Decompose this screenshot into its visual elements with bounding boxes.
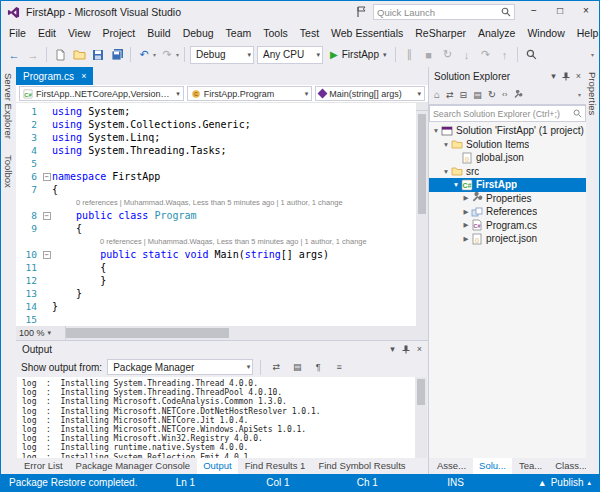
- code-line[interactable]: 3using System.Linq;: [16, 131, 428, 144]
- maximize-button[interactable]: □: [547, 1, 573, 20]
- undo-icon[interactable]: ↶: [136, 47, 152, 63]
- toolbar-options-icon[interactable]: ▾: [591, 51, 594, 58]
- member-dropdown[interactable]: Main(string[] args) ▾: [315, 86, 425, 101]
- panel-tab-find-results-1[interactable]: Find Results 1: [239, 458, 312, 474]
- search-icon[interactable]: [501, 7, 511, 17]
- view-code-icon[interactable]: ‹›: [502, 90, 507, 99]
- tree-item-program-cs[interactable]: ▶C#Program.cs: [429, 219, 586, 233]
- step-out-icon[interactable]: ↑: [496, 47, 512, 63]
- output-vertical-scrollbar[interactable]: [415, 377, 427, 458]
- output-source-dropdown[interactable]: Package Manager ▾: [107, 359, 253, 375]
- pin-icon[interactable]: [402, 345, 410, 354]
- editor-vertical-scrollbar[interactable]: [416, 103, 428, 326]
- menu-item-view[interactable]: View: [62, 25, 97, 41]
- tree-item-global-json[interactable]: {}global.json: [429, 151, 586, 165]
- menu-item-window[interactable]: Window: [521, 25, 570, 41]
- chevron-down-icon[interactable]: ▾: [153, 51, 156, 58]
- code-line[interactable]: 10− public static void Main(string[] arg…: [16, 248, 428, 261]
- chevron-down-icon[interactable]: ▼: [441, 141, 451, 148]
- code-line[interactable]: 15: [16, 313, 428, 326]
- project-dropdown[interactable]: C# FirstApp..NETCoreApp,Version=v1... ▾: [19, 86, 184, 101]
- quick-launch-box[interactable]: [373, 4, 515, 20]
- code-line[interactable]: 1using System;: [16, 105, 428, 118]
- clear-all-icon[interactable]: ▤: [289, 359, 305, 375]
- tree-item-solution-items[interactable]: ▼Solution Items: [429, 138, 586, 152]
- properties-icon[interactable]: [513, 90, 523, 100]
- se-tab-tea[interactable]: Tea...: [513, 458, 548, 474]
- close-button[interactable]: ×: [573, 1, 599, 20]
- codelens-text[interactable]: 0 references | Muhammad.Waqas, Less than…: [52, 235, 367, 248]
- chevron-down-icon[interactable]: ▾: [578, 91, 581, 98]
- pin-icon[interactable]: [562, 72, 570, 81]
- panel-tab-output[interactable]: Output: [197, 458, 238, 474]
- code-line[interactable]: 13 }: [16, 287, 428, 300]
- close-icon[interactable]: ×: [576, 71, 581, 81]
- stop-icon[interactable]: ■: [420, 47, 436, 63]
- tree-item-properties[interactable]: ▶Properties: [429, 192, 586, 206]
- chevron-right-icon[interactable]: ▶: [461, 235, 471, 243]
- menu-item-debug[interactable]: Debug: [177, 25, 220, 41]
- solution-platform-dropdown[interactable]: Any CPU ▾: [257, 46, 323, 64]
- type-dropdown[interactable]: C FirstApp.Program ▾: [187, 86, 313, 101]
- chevron-right-icon[interactable]: ▶: [461, 221, 471, 229]
- menu-item-build[interactable]: Build: [141, 25, 176, 41]
- titlebar[interactable]: FirstApp - Microsoft Visual Studio − □ ×: [1, 1, 599, 23]
- toggle-output-icon[interactable]: ≡: [331, 359, 347, 375]
- se-tab-asse[interactable]: Asse...: [431, 458, 472, 474]
- chevron-right-icon[interactable]: ▶: [461, 208, 471, 216]
- tab-toolbox[interactable]: Toolbox: [3, 155, 14, 188]
- code-line[interactable]: 9 {: [16, 222, 428, 235]
- step-over-icon[interactable]: ↷: [477, 47, 493, 63]
- menu-item-edit[interactable]: Edit: [32, 25, 62, 41]
- scrollbar-thumb[interactable]: [66, 328, 229, 338]
- panel-tab-package-manager-console[interactable]: Package Manager Console: [70, 458, 197, 474]
- save-icon[interactable]: [90, 47, 106, 63]
- tree-item-src[interactable]: ▼src: [429, 165, 586, 179]
- window-position-icon[interactable]: ▾: [551, 71, 556, 81]
- zoom-selector[interactable]: 100 % ▾: [16, 326, 66, 340]
- menu-item-team[interactable]: Team: [220, 25, 258, 41]
- navigate-back-icon[interactable]: ←: [6, 47, 22, 63]
- chevron-down-icon[interactable]: ▼: [441, 168, 451, 175]
- splitter-handle[interactable]: [416, 103, 428, 111]
- home-icon[interactable]: ⌂: [434, 89, 440, 100]
- code-line[interactable]: 4using System.Threading.Tasks;: [16, 144, 428, 157]
- code-line[interactable]: 7{: [16, 183, 428, 196]
- collapse-all-icon[interactable]: ⊟: [460, 90, 468, 100]
- menu-item-resharper[interactable]: ReSharper: [409, 25, 472, 41]
- redo-icon[interactable]: ↷: [159, 47, 175, 63]
- new-file-icon[interactable]: [52, 47, 68, 63]
- scrollbar-thumb[interactable]: [417, 379, 425, 405]
- menu-item-tools[interactable]: Tools: [257, 25, 294, 41]
- code-editor[interactable]: 1using System;2using System.Collections.…: [16, 103, 428, 326]
- find-in-files-icon[interactable]: [523, 47, 539, 63]
- chevron-down-icon[interactable]: ▼: [451, 181, 461, 188]
- code-line[interactable]: 12 }: [16, 274, 428, 287]
- se-tab-solu[interactable]: Solu...: [473, 458, 512, 474]
- step-into-icon[interactable]: ↓: [458, 47, 474, 63]
- codelens-line[interactable]: 0 references | Muhammad.Waqas, Less than…: [16, 196, 428, 209]
- fold-collapse-icon[interactable]: −: [43, 251, 51, 259]
- tree-item-project-json[interactable]: ▶{}project.json: [429, 232, 586, 246]
- menu-item-test[interactable]: Test: [294, 25, 325, 41]
- fold-collapse-icon[interactable]: −: [43, 212, 51, 220]
- window-position-icon[interactable]: ▾: [390, 344, 395, 354]
- output-title-bar[interactable]: Output ▾ ×: [16, 341, 428, 357]
- close-icon[interactable]: ×: [417, 344, 422, 354]
- menu-item-file[interactable]: File: [3, 25, 32, 41]
- scrollbar-thumb[interactable]: [418, 114, 426, 214]
- close-icon[interactable]: ×: [81, 71, 86, 81]
- tree-item-references[interactable]: ▶References: [429, 205, 586, 219]
- code-line[interactable]: 6−namespace FirstApp: [16, 170, 428, 183]
- tab-properties[interactable]: Properties: [587, 72, 598, 474]
- show-all-files-icon[interactable]: ▤: [473, 90, 482, 100]
- code-line[interactable]: 2using System.Collections.Generic;: [16, 118, 428, 131]
- panel-tab-find-symbol-results[interactable]: Find Symbol Results: [312, 458, 411, 474]
- code-line[interactable]: 11 {: [16, 261, 428, 274]
- navigate-forward-icon[interactable]: →: [25, 47, 41, 63]
- solution-explorer-search-box[interactable]: [429, 105, 586, 122]
- minimize-button[interactable]: −: [521, 1, 547, 20]
- sync-with-active-document-icon[interactable]: ⇄: [446, 90, 454, 100]
- tab-program-cs[interactable]: Program.cs ×: [16, 67, 93, 85]
- tab-server-explorer[interactable]: Server Explorer: [3, 73, 14, 139]
